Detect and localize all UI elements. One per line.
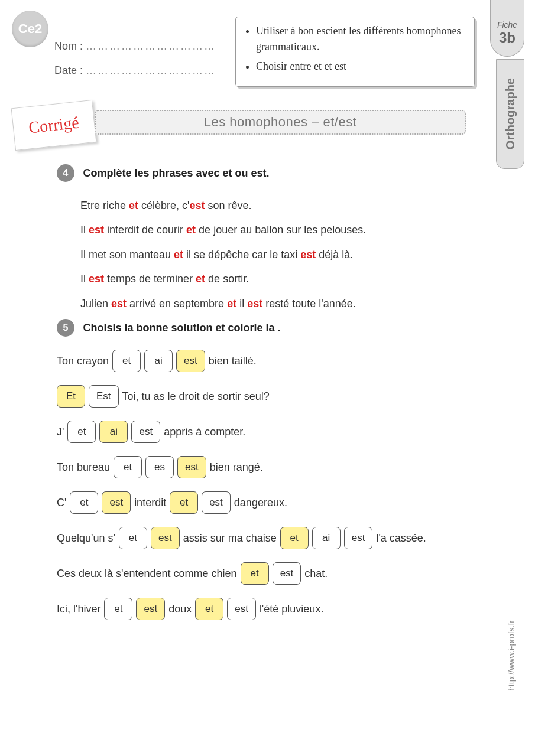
answer-word: et: [196, 273, 205, 285]
option-selected[interactable]: Et: [57, 385, 85, 408]
text-fragment: assis sur ma chaise: [183, 532, 277, 545]
option[interactable]: Est: [89, 385, 119, 408]
text-fragment: interdit de courir: [104, 224, 186, 236]
option-selected[interactable]: et: [170, 491, 198, 514]
choice-row: Quelqu'un s' etest assis sur ma chaise e…: [57, 527, 482, 549]
text-fragment: appris à compter.: [164, 426, 245, 438]
sentence-line: Julien est arrivé en septembre et il est…: [80, 292, 482, 316]
option[interactable]: ai: [144, 350, 173, 372]
text-fragment: il: [236, 298, 247, 309]
answer-word: est: [89, 273, 104, 285]
option-selected[interactable]: est: [136, 598, 165, 620]
text-fragment: Il met son manteau: [80, 249, 174, 260]
text-fragment: Toi, tu as le droit de sortir seul?: [122, 390, 270, 403]
date-label: Date :: [54, 64, 83, 76]
answer-word: est: [111, 298, 127, 309]
answer-word: et: [186, 224, 196, 236]
answer-word: est: [89, 224, 104, 236]
option[interactable]: est: [131, 421, 160, 443]
text-fragment: bien taillé.: [209, 355, 257, 367]
text-fragment: resté toute l'année.: [262, 298, 356, 309]
corrige-sticker: Corrigé: [11, 100, 97, 151]
answer-word: et: [174, 249, 183, 260]
text-fragment: il se dépêche car le taxi: [183, 249, 300, 260]
option[interactable]: es: [145, 456, 174, 478]
option[interactable]: est: [202, 491, 231, 514]
text-fragment: de sortir.: [205, 273, 249, 285]
choice-row: Ces deux là s'entendent comme chien etes…: [57, 562, 482, 585]
text-fragment: l'été pluvieux.: [260, 603, 324, 615]
exercise-instruction: Complète les phrases avec et ou est.: [83, 167, 269, 179]
text-fragment: Ton bureau: [57, 461, 110, 474]
option-selected[interactable]: et: [195, 598, 223, 620]
text-fragment: Ici, l'hiver: [57, 603, 100, 615]
objective-item: Choisir entre et et est: [256, 58, 466, 74]
objectives-box: Utiliser à bon escient les différents ho…: [235, 17, 475, 87]
option-selected[interactable]: et: [241, 562, 269, 585]
text-fragment: temps de terminer: [104, 273, 196, 285]
option-selected[interactable]: est: [176, 350, 205, 372]
sentence-line: Il est temps de terminer et de sortir.: [80, 267, 482, 291]
fiche-label: Fiche: [491, 20, 524, 30]
choice-row: C' etest interdit etest dangereux.: [57, 491, 482, 514]
fiche-tab: Fiche 3b: [490, 0, 524, 57]
option[interactable]: est: [273, 562, 301, 585]
text-fragment: interdit: [134, 497, 166, 509]
text-fragment: son rêve.: [205, 200, 252, 211]
exercise-5-lines: Ton crayonetaiest bien taillé.EtEst Toi,…: [57, 350, 482, 620]
exercise-5: 5 Choisis la bonne solution et colorie l…: [57, 319, 482, 633]
exercise-4: 4 Complète les phrases avec et ou est. E…: [57, 164, 482, 316]
text-fragment: chat.: [304, 568, 328, 580]
text-fragment: C': [57, 497, 66, 509]
text-fragment: Il: [80, 224, 89, 236]
option-selected[interactable]: et: [280, 527, 309, 549]
option[interactable]: est: [227, 598, 256, 620]
answer-word: est: [247, 298, 262, 309]
sentence-line: Il est interdit de courir et de jouer au…: [80, 218, 482, 242]
source-url: http://www.i-profs.fr: [507, 620, 516, 691]
text-fragment: arrivé en septembre: [127, 298, 227, 309]
text-fragment: déjà là.: [316, 249, 353, 260]
text-fragment: J': [57, 426, 64, 438]
sentence-line: Il met son manteau et il se dépêche car …: [80, 243, 482, 267]
objective-item: Utiliser à bon escient les différents ho…: [256, 23, 466, 55]
option[interactable]: et: [67, 421, 96, 443]
choice-row: Ici, l'hiver etest doux etest l'été pluv…: [57, 598, 482, 620]
choice-row: Ton crayonetaiest bien taillé.: [57, 350, 482, 372]
text-fragment: Ton crayon: [57, 355, 109, 367]
answer-word: est: [190, 200, 205, 211]
text-fragment: Quelqu'un s': [57, 532, 115, 545]
option[interactable]: et: [114, 456, 142, 478]
choice-row: EtEst Toi, tu as le droit de sortir seul…: [57, 385, 482, 408]
option[interactable]: et: [119, 527, 147, 549]
choice-row: J' etaiestappris à compter.: [57, 421, 482, 443]
answer-word: et: [129, 200, 138, 211]
subject-label: Orthographe: [504, 78, 517, 149]
answer-word: et: [227, 298, 236, 309]
text-fragment: Etre riche: [80, 200, 129, 211]
name-label: Nom :: [54, 40, 83, 52]
option[interactable]: est: [344, 527, 373, 549]
name-dots: ……………………………: [86, 40, 216, 52]
text-fragment: célèbre, c': [138, 200, 189, 211]
text-fragment: doux: [168, 603, 192, 615]
option[interactable]: et: [112, 350, 141, 372]
text-fragment: de jouer au ballon sur les pelouses.: [196, 224, 366, 236]
option-selected[interactable]: est: [151, 527, 180, 549]
option[interactable]: et: [104, 598, 132, 620]
text-fragment: Il: [80, 273, 89, 285]
fiche-number: 3b: [491, 30, 524, 46]
text-fragment: dangereux.: [234, 497, 287, 509]
exercise-4-lines: Etre riche et célèbre, c'est son rêve. I…: [80, 194, 482, 316]
option[interactable]: et: [70, 491, 98, 514]
text-fragment: Julien: [80, 298, 111, 309]
option[interactable]: ai: [312, 527, 341, 549]
title-bar: Les homophones – et/est: [95, 110, 466, 135]
exercise-number-badge: 4: [57, 164, 74, 182]
text-fragment: bien rangé.: [210, 461, 263, 474]
option-selected[interactable]: est: [177, 456, 206, 478]
option-selected[interactable]: est: [102, 491, 131, 514]
option-selected[interactable]: ai: [99, 421, 128, 443]
exercise-instruction: Choisis la bonne solution et colorie la …: [83, 322, 280, 334]
text-fragment: l'a cassée.: [376, 532, 426, 545]
